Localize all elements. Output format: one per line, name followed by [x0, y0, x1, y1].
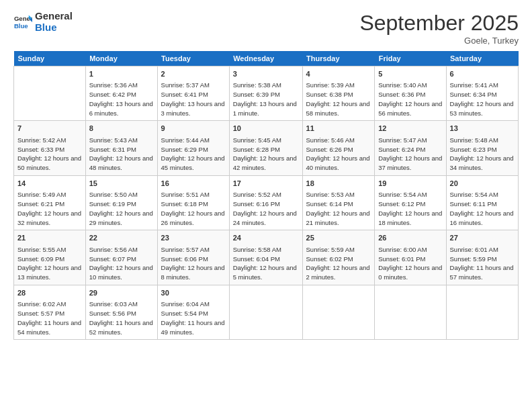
day-info: Sunrise: 5:51 AMSunset: 6:18 PMDaylight:…	[161, 190, 226, 227]
title-block: September 2025 Goele, Turkey	[359, 11, 519, 46]
calendar-cell: 18Sunrise: 5:53 AMSunset: 6:14 PMDayligh…	[302, 175, 375, 230]
calendar-cell: 11Sunrise: 5:46 AMSunset: 6:26 PMDayligh…	[302, 121, 375, 175]
header-friday: Friday	[375, 51, 446, 66]
day-number: 24	[233, 233, 299, 243]
calendar-cell: 9Sunrise: 5:44 AMSunset: 6:29 PMDaylight…	[157, 121, 229, 175]
day-info: Sunrise: 5:57 AMSunset: 6:06 PMDaylight:…	[161, 245, 226, 282]
day-info: Sunrise: 5:44 AMSunset: 6:29 PMDaylight:…	[161, 136, 226, 173]
calendar-cell: 20Sunrise: 5:54 AMSunset: 6:11 PMDayligh…	[446, 175, 518, 230]
calendar-cell: 3Sunrise: 5:38 AMSunset: 6:39 PMDaylight…	[229, 66, 302, 121]
calendar-cell: 16Sunrise: 5:51 AMSunset: 6:18 PMDayligh…	[157, 175, 229, 230]
day-number: 8	[89, 124, 154, 134]
day-number: 14	[17, 179, 82, 189]
calendar-cell	[375, 285, 446, 339]
calendar-cell: 6Sunrise: 5:41 AMSunset: 6:34 PMDaylight…	[446, 66, 518, 121]
day-info: Sunrise: 5:40 AMSunset: 6:36 PMDaylight:…	[378, 81, 442, 118]
logo-line2: Blue	[35, 22, 73, 34]
day-info: Sunrise: 5:48 AMSunset: 6:23 PMDaylight:…	[450, 136, 515, 173]
day-info: Sunrise: 5:53 AMSunset: 6:14 PMDaylight:…	[306, 190, 371, 227]
header-sunday: Sunday	[14, 51, 86, 66]
calendar-cell: 28Sunrise: 6:02 AMSunset: 5:57 PMDayligh…	[14, 285, 86, 339]
day-number: 9	[161, 124, 226, 134]
calendar-cell: 24Sunrise: 5:58 AMSunset: 6:04 PMDayligh…	[229, 230, 302, 285]
day-info: Sunrise: 5:50 AMSunset: 6:19 PMDaylight:…	[89, 190, 154, 227]
calendar-cell: 22Sunrise: 5:56 AMSunset: 6:07 PMDayligh…	[85, 230, 157, 285]
day-number: 17	[233, 179, 299, 189]
calendar-cell	[446, 285, 518, 339]
day-info: Sunrise: 6:00 AMSunset: 6:01 PMDaylight:…	[378, 245, 442, 282]
header-thursday: Thursday	[302, 51, 375, 66]
svg-text:Blue: Blue	[14, 21, 28, 29]
calendar-table: SundayMondayTuesdayWednesdayThursdayFrid…	[13, 51, 519, 340]
day-info: Sunrise: 5:37 AMSunset: 6:41 PMDaylight:…	[161, 81, 226, 118]
day-info: Sunrise: 5:45 AMSunset: 6:28 PMDaylight:…	[233, 136, 299, 173]
day-number: 23	[161, 233, 226, 243]
day-number: 13	[450, 124, 515, 134]
calendar-cell	[229, 285, 302, 339]
day-number: 3	[233, 69, 299, 79]
calendar-cell: 27Sunrise: 6:01 AMSunset: 5:59 PMDayligh…	[446, 230, 518, 285]
calendar-cell: 19Sunrise: 5:54 AMSunset: 6:12 PMDayligh…	[375, 175, 446, 230]
calendar-cell: 17Sunrise: 5:52 AMSunset: 6:16 PMDayligh…	[229, 175, 302, 230]
day-info: Sunrise: 5:41 AMSunset: 6:34 PMDaylight:…	[450, 81, 515, 118]
month-title: September 2025	[359, 11, 519, 36]
day-number: 18	[306, 179, 371, 189]
calendar-cell: 25Sunrise: 5:59 AMSunset: 6:02 PMDayligh…	[302, 230, 375, 285]
day-info: Sunrise: 5:49 AMSunset: 6:21 PMDaylight:…	[17, 190, 82, 227]
calendar-cell: 7Sunrise: 5:42 AMSunset: 6:33 PMDaylight…	[14, 121, 86, 175]
header-saturday: Saturday	[446, 51, 518, 66]
day-number: 6	[450, 69, 515, 79]
calendar-cell: 2Sunrise: 5:37 AMSunset: 6:41 PMDaylight…	[157, 66, 229, 121]
day-info: Sunrise: 5:52 AMSunset: 6:16 PMDaylight:…	[233, 190, 299, 227]
day-info: Sunrise: 5:36 AMSunset: 6:42 PMDaylight:…	[89, 81, 154, 118]
calendar-cell: 26Sunrise: 6:00 AMSunset: 6:01 PMDayligh…	[375, 230, 446, 285]
calendar-cell: 13Sunrise: 5:48 AMSunset: 6:23 PMDayligh…	[446, 121, 518, 175]
day-info: Sunrise: 5:39 AMSunset: 6:38 PMDaylight:…	[306, 81, 371, 118]
day-number: 27	[450, 233, 515, 243]
day-number: 20	[450, 179, 515, 189]
calendar-cell: 23Sunrise: 5:57 AMSunset: 6:06 PMDayligh…	[157, 230, 229, 285]
day-info: Sunrise: 6:04 AMSunset: 5:54 PMDaylight:…	[161, 300, 226, 336]
calendar-cell: 14Sunrise: 5:49 AMSunset: 6:21 PMDayligh…	[14, 175, 86, 230]
calendar-cell: 12Sunrise: 5:47 AMSunset: 6:24 PMDayligh…	[375, 121, 446, 175]
day-number: 2	[161, 69, 226, 79]
logo-line1: General	[35, 11, 73, 22]
day-info: Sunrise: 5:43 AMSunset: 6:31 PMDaylight:…	[89, 136, 154, 173]
calendar-cell: 4Sunrise: 5:39 AMSunset: 6:38 PMDaylight…	[302, 66, 375, 121]
day-info: Sunrise: 5:42 AMSunset: 6:33 PMDaylight:…	[17, 136, 82, 173]
day-number: 26	[378, 233, 442, 243]
calendar-cell	[302, 285, 375, 339]
day-number: 12	[378, 124, 442, 134]
day-number: 16	[161, 179, 226, 189]
calendar-cell: 10Sunrise: 5:45 AMSunset: 6:28 PMDayligh…	[229, 121, 302, 175]
header-wednesday: Wednesday	[229, 51, 302, 66]
calendar-cell: 15Sunrise: 5:50 AMSunset: 6:19 PMDayligh…	[85, 175, 157, 230]
calendar-cell	[14, 66, 86, 121]
day-info: Sunrise: 6:01 AMSunset: 5:59 PMDaylight:…	[450, 245, 515, 282]
day-info: Sunrise: 6:02 AMSunset: 5:57 PMDaylight:…	[17, 300, 82, 336]
calendar-cell: 29Sunrise: 6:03 AMSunset: 5:56 PMDayligh…	[85, 285, 157, 339]
day-info: Sunrise: 5:56 AMSunset: 6:07 PMDaylight:…	[89, 245, 154, 282]
day-info: Sunrise: 5:46 AMSunset: 6:26 PMDaylight:…	[306, 136, 371, 173]
calendar-cell: 21Sunrise: 5:55 AMSunset: 6:09 PMDayligh…	[14, 230, 86, 285]
day-number: 30	[161, 288, 226, 298]
day-number: 22	[89, 233, 154, 243]
calendar-cell: 5Sunrise: 5:40 AMSunset: 6:36 PMDaylight…	[375, 66, 446, 121]
day-number: 5	[378, 69, 442, 79]
day-info: Sunrise: 6:03 AMSunset: 5:56 PMDaylight:…	[89, 300, 154, 336]
day-number: 4	[306, 69, 371, 79]
day-info: Sunrise: 5:59 AMSunset: 6:02 PMDaylight:…	[306, 245, 371, 282]
day-number: 28	[17, 288, 82, 298]
day-info: Sunrise: 5:58 AMSunset: 6:04 PMDaylight:…	[233, 245, 299, 282]
day-info: Sunrise: 5:55 AMSunset: 6:09 PMDaylight:…	[17, 245, 82, 282]
header-monday: Monday	[85, 51, 157, 66]
day-number: 7	[17, 124, 82, 134]
header-tuesday: Tuesday	[157, 51, 229, 66]
calendar-cell: 30Sunrise: 6:04 AMSunset: 5:54 PMDayligh…	[157, 285, 229, 339]
day-number: 11	[306, 124, 371, 134]
day-info: Sunrise: 5:54 AMSunset: 6:12 PMDaylight:…	[378, 190, 442, 227]
day-number: 29	[89, 288, 154, 298]
day-number: 1	[89, 69, 154, 79]
day-info: Sunrise: 5:47 AMSunset: 6:24 PMDaylight:…	[378, 136, 442, 173]
calendar-cell: 1Sunrise: 5:36 AMSunset: 6:42 PMDaylight…	[85, 66, 157, 121]
